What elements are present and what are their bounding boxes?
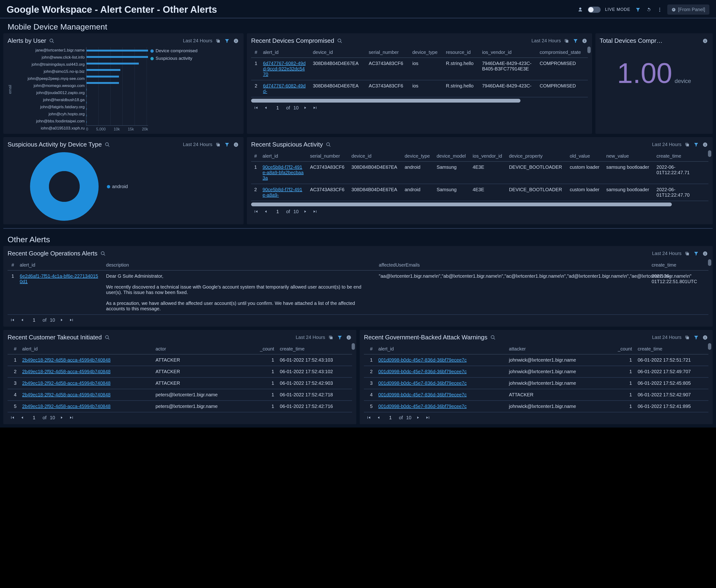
- page-prev-icon[interactable]: [375, 414, 382, 421]
- col-header[interactable]: alert_id: [260, 151, 307, 162]
- page-input[interactable]: [272, 209, 283, 215]
- col-header[interactable]: description: [103, 260, 376, 270]
- page-next-icon[interactable]: [58, 317, 65, 323]
- filter-icon[interactable]: [693, 334, 699, 341]
- from-panel-button[interactable]: [From Panel]: [667, 4, 709, 15]
- table-row[interactable]: 12b49ec18-2f92-4d58-acca-45994b740848ATT…: [7, 354, 352, 366]
- page-first-icon[interactable]: [365, 414, 372, 421]
- filter-icon[interactable]: [224, 141, 230, 148]
- scrollbar-thumb-icon[interactable]: [708, 343, 711, 350]
- page-first-icon[interactable]: [9, 317, 16, 323]
- col-header[interactable]: serial_number: [366, 47, 409, 58]
- col-header[interactable]: create_time: [654, 151, 709, 162]
- horizontal-scrollbar[interactable]: [251, 203, 672, 206]
- page-input[interactable]: [29, 317, 39, 323]
- scrollbar-thumb-icon[interactable]: [708, 150, 711, 157]
- table-row[interactable]: 16e2d6af1-7f51-4c1a-bf6e-2271340150d1Dea…: [7, 270, 709, 315]
- table-row[interactable]: 52b49ec18-2f92-4d58-acca-45994b740848pet…: [7, 401, 352, 412]
- alert-id-link[interactable]: 001d0998-b0dc-45e7-836d-36bf79ecee7c: [379, 369, 467, 374]
- live-mode-toggle[interactable]: [588, 7, 600, 13]
- col-header[interactable]: attacker: [506, 344, 607, 354]
- copy-icon[interactable]: [684, 141, 691, 148]
- alert-id-link[interactable]: 6d747767-6082-49dd-: [263, 83, 306, 94]
- scrollbar-thumb-icon[interactable]: [352, 343, 355, 350]
- alert-id-link[interactable]: 2b49ec18-2f92-4d58-acca-45994b740848: [22, 404, 111, 409]
- alert-id-link[interactable]: 2b49ec18-2f92-4d58-acca-45994b740848: [22, 357, 111, 362]
- info-icon[interactable]: [702, 141, 709, 148]
- copy-icon[interactable]: [684, 250, 691, 257]
- page-input[interactable]: [272, 105, 283, 111]
- filter-icon[interactable]: [635, 6, 641, 13]
- page-last-icon[interactable]: [425, 414, 431, 421]
- copy-icon[interactable]: [563, 38, 570, 44]
- page-last-icon[interactable]: [312, 208, 319, 215]
- copy-icon[interactable]: [215, 141, 221, 148]
- filter-icon[interactable]: [693, 141, 699, 148]
- alert-id-link[interactable]: 001d0998-b0dc-45e7-836d-36bf79ecee7c: [379, 357, 467, 362]
- page-first-icon[interactable]: [252, 208, 259, 215]
- table-row[interactable]: 2001d0998-b0dc-45e7-836d-36bf79ecee7cjoh…: [364, 366, 709, 377]
- info-icon[interactable]: [346, 334, 352, 341]
- alert-id-link[interactable]: 90ce5b8d-f7f2-491e-a8a9-bfa2becbaa3a: [263, 165, 303, 181]
- col-header[interactable]: _count: [249, 344, 277, 354]
- col-header[interactable]: alert_id: [375, 344, 506, 354]
- col-header[interactable]: device_property: [506, 151, 567, 162]
- table-row[interactable]: 5001d0998-b0dc-45e7-836d-36bf79ecee7cjoh…: [364, 401, 709, 412]
- info-icon[interactable]: [581, 38, 588, 44]
- col-header[interactable]: #: [251, 47, 260, 58]
- col-header[interactable]: device_id: [349, 151, 402, 162]
- col-header[interactable]: old_value: [567, 151, 604, 162]
- table-row[interactable]: 42b49ec18-2f92-4d58-acca-45994b740848pet…: [7, 389, 352, 401]
- table-row[interactable]: 22b49ec18-2f92-4d58-acca-45994b740848ATT…: [7, 366, 352, 377]
- page-next-icon[interactable]: [302, 208, 309, 215]
- col-header[interactable]: #: [7, 260, 17, 270]
- horizontal-scrollbar[interactable]: [251, 99, 520, 103]
- col-header[interactable]: create_time: [277, 344, 352, 354]
- table-row[interactable]: 26d747767-6082-49dd-308D84B04D4E67EAAC37…: [251, 80, 588, 97]
- col-header[interactable]: alert_id: [19, 344, 153, 354]
- search-icon[interactable]: [48, 38, 55, 44]
- kebab-icon[interactable]: [656, 6, 663, 13]
- filter-icon[interactable]: [693, 250, 699, 257]
- col-header[interactable]: _count: [607, 344, 635, 354]
- table-row[interactable]: 4001d0998-b0dc-45e7-836d-36bf79ecee7cATT…: [364, 389, 709, 401]
- col-header[interactable]: ios_vendor_id: [479, 47, 537, 58]
- page-first-icon[interactable]: [252, 104, 259, 111]
- alert-id-link[interactable]: 001d0998-b0dc-45e7-836d-36bf79ecee7c: [379, 392, 467, 397]
- alert-id-link[interactable]: 2b49ec18-2f92-4d58-acca-45994b740848: [22, 369, 111, 374]
- col-header[interactable]: device_type: [402, 151, 434, 162]
- copy-icon[interactable]: [327, 334, 334, 341]
- col-header[interactable]: actor: [153, 344, 249, 354]
- table-row[interactable]: 290ce5b8d-f7f2-491e-a8a9-AC3743A83CF6308…: [251, 184, 709, 201]
- alert-id-link[interactable]: 001d0998-b0dc-45e7-836d-36bf79ecee7c: [379, 380, 467, 386]
- col-header[interactable]: device_id: [310, 47, 366, 58]
- alert-id-link[interactable]: 6e2d6af1-7f51-4c1a-bf6e-2271340150d1: [20, 273, 98, 284]
- search-icon[interactable]: [336, 38, 343, 44]
- info-icon[interactable]: [702, 250, 709, 257]
- col-header[interactable]: alert_id: [17, 260, 103, 270]
- filter-icon[interactable]: [336, 334, 343, 341]
- page-last-icon[interactable]: [312, 104, 319, 111]
- page-prev-icon[interactable]: [263, 104, 269, 111]
- page-last-icon[interactable]: [68, 414, 75, 421]
- page-next-icon[interactable]: [415, 414, 422, 421]
- alert-id-link[interactable]: 001d0998-b0dc-45e7-836d-36bf79ecee7c: [379, 404, 467, 409]
- col-header[interactable]: resource_id: [443, 47, 479, 58]
- alert-id-link[interactable]: 2b49ec18-2f92-4d58-acca-45994b740848: [22, 380, 111, 386]
- page-input[interactable]: [29, 415, 39, 421]
- page-next-icon[interactable]: [302, 104, 309, 111]
- user-icon[interactable]: [577, 6, 584, 13]
- page-prev-icon[interactable]: [19, 414, 25, 421]
- col-header[interactable]: new_value: [604, 151, 654, 162]
- search-icon[interactable]: [104, 141, 111, 148]
- col-header[interactable]: device_type: [410, 47, 443, 58]
- search-icon[interactable]: [325, 141, 332, 148]
- page-first-icon[interactable]: [9, 414, 16, 421]
- alert-id-link[interactable]: 2b49ec18-2f92-4d58-acca-45994b740848: [22, 392, 111, 397]
- col-header[interactable]: compromised_state: [537, 47, 588, 58]
- col-header[interactable]: affectedUserEmails: [376, 260, 649, 270]
- scrollbar-thumb-icon[interactable]: [587, 46, 591, 53]
- search-icon[interactable]: [104, 334, 111, 341]
- col-header[interactable]: create_time: [635, 344, 709, 354]
- col-header[interactable]: ios_vendor_id: [470, 151, 506, 162]
